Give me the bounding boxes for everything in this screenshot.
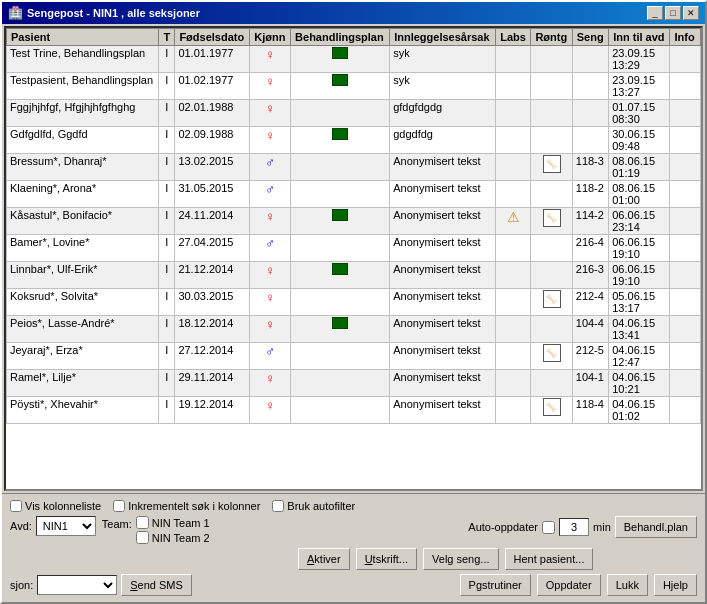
table-row[interactable]: Fggjhjhfgf, HfgjhjhfgfhghgI02.01.1988♀gf… <box>7 100 701 127</box>
lukk-button[interactable]: Lukk <box>607 574 648 596</box>
vis-kolonneliste-label[interactable]: Vis kolonneliste <box>10 500 101 512</box>
cell-info <box>670 46 701 73</box>
cell-t: I <box>159 46 175 73</box>
minimize-button[interactable]: _ <box>647 6 663 20</box>
cell-behandlingsplan <box>291 343 390 370</box>
female-icon: ♀ <box>265 317 275 332</box>
oppdater-button[interactable]: Oppdater <box>537 574 601 596</box>
cell-labs <box>496 127 531 154</box>
bruk-autofilter-label[interactable]: Bruk autofilter <box>272 500 355 512</box>
xray-icon: 🦴 <box>543 155 561 173</box>
aktiver-button[interactable]: Aktiver <box>298 548 350 570</box>
cell-inn-til-avd: 01.07.15 08:30 <box>609 100 670 127</box>
cell-kjonn: ♂ <box>250 235 291 262</box>
restore-button[interactable]: □ <box>665 6 681 20</box>
auto-oppdater-value[interactable]: 3 <box>559 518 589 536</box>
col-fodselsdato: Fødselsdato <box>175 29 250 46</box>
cell-inn-til-avd: 08.06.15 01:19 <box>609 154 670 181</box>
cell-inn-til-avd: 30.06.15 09:48 <box>609 127 670 154</box>
cell-labs <box>496 370 531 397</box>
cell-fodselsdato: 18.12.2014 <box>175 316 250 343</box>
hent-pasient-button[interactable]: Hent pasient... <box>505 548 594 570</box>
cell-innleggelsesarsak: gdgdfdg <box>390 127 496 154</box>
table-row[interactable]: Ramel*, Lilje*I29.11.2014♀Anonymisert te… <box>7 370 701 397</box>
table-row[interactable]: Jeyaraj*, Erza*I27.12.2014♂Anonymisert t… <box>7 343 701 370</box>
table-row[interactable]: Kåsastul*, Bonifacio*I24.11.2014♀Anonymi… <box>7 208 701 235</box>
table-row[interactable]: Koksrud*, Solvita*I30.03.2015♀Anonymiser… <box>7 289 701 316</box>
female-icon: ♀ <box>265 398 275 413</box>
cell-rontg: 🦴 <box>531 343 572 370</box>
bruk-autofilter-checkbox[interactable] <box>272 500 284 512</box>
velg-seng-button[interactable]: Velg seng... <box>423 548 499 570</box>
col-innleggelsesarsak: Innleggelsesårsak <box>390 29 496 46</box>
cell-info <box>670 100 701 127</box>
behandl-plan-button[interactable]: Behandl.plan <box>615 516 697 538</box>
col-behandlingsplan: Behandlingsplan <box>291 29 390 46</box>
male-icon: ♂ <box>265 182 275 197</box>
cell-pasient: Test Trine, Behandlingsplan <box>7 46 159 73</box>
cell-info <box>670 316 701 343</box>
cell-t: I <box>159 370 175 397</box>
cell-seng: 118-3 <box>572 154 608 181</box>
col-rontg: Røntg <box>531 29 572 46</box>
table-row[interactable]: Bressum*, Dhanraj*I13.02.2015♂Anonymiser… <box>7 154 701 181</box>
cell-t: I <box>159 100 175 127</box>
nin-team2-checkbox[interactable] <box>136 531 149 544</box>
cell-kjonn: ♂ <box>250 343 291 370</box>
table-row[interactable]: Peios*, Lasse-André*I18.12.2014♀Anonymis… <box>7 316 701 343</box>
vis-kolonneliste-checkbox[interactable] <box>10 500 22 512</box>
cell-fodselsdato: 02.09.1988 <box>175 127 250 154</box>
male-icon: ♂ <box>265 236 275 251</box>
cell-rontg <box>531 127 572 154</box>
cell-behandlingsplan <box>291 73 390 100</box>
xray-icon: 🦴 <box>543 290 561 308</box>
cell-behandlingsplan <box>291 370 390 397</box>
cell-rontg <box>531 73 572 100</box>
inkrementelt-sok-label[interactable]: Inkrementelt søk i kolonner <box>113 500 260 512</box>
nin-team1-label[interactable]: NIN Team 1 <box>136 516 210 529</box>
cell-seng <box>572 73 608 100</box>
patient-table-container: Pasient T Fødselsdato Kjønn Behandlingsp… <box>4 26 703 491</box>
cell-pasient: Koksrud*, Solvita* <box>7 289 159 316</box>
auto-oppdater-checkbox[interactable] <box>542 521 555 534</box>
cell-pasient: Jeyaraj*, Erza* <box>7 343 159 370</box>
main-window: 🏥 Sengepost - NIN1 , alle seksjoner _ □ … <box>0 0 707 604</box>
cell-rontg: 🦴 <box>531 289 572 316</box>
table-row[interactable]: Bamer*, Lovine*I27.04.2015♂Anonymisert t… <box>7 235 701 262</box>
cell-kjonn: ♀ <box>250 397 291 424</box>
table-row[interactable]: Klaening*, Arona*I31.05.2015♂Anonymisert… <box>7 181 701 208</box>
table-row[interactable]: Testpasient, BehandlingsplanI01.02.1977♀… <box>7 73 701 100</box>
nin-team2-label[interactable]: NIN Team 2 <box>136 531 210 544</box>
avd-dropdown[interactable]: NIN1 <box>36 516 96 536</box>
male-icon: ♂ <box>265 344 275 359</box>
utskrift-button[interactable]: Utskrift... <box>356 548 417 570</box>
cell-inn-til-avd: 08.06.15 01:00 <box>609 181 670 208</box>
female-icon: ♀ <box>265 209 275 224</box>
table-row[interactable]: Gdfgdlfd, GgdfdI02.09.1988♀gdgdfdg30.06.… <box>7 127 701 154</box>
inkrementelt-sok-checkbox[interactable] <box>113 500 125 512</box>
cell-inn-til-avd: 06.06.15 19:10 <box>609 262 670 289</box>
table-row[interactable]: Linnbar*, Ulf-Erik*I21.12.2014♀Anonymise… <box>7 262 701 289</box>
send-sms-button[interactable]: Send SMS <box>121 574 192 596</box>
cell-innleggelsesarsak: Anonymisert tekst <box>390 289 496 316</box>
cell-pasient: Peios*, Lasse-André* <box>7 316 159 343</box>
cell-labs <box>496 73 531 100</box>
cell-innleggelsesarsak: syk <box>390 46 496 73</box>
nin-team1-checkbox[interactable] <box>136 516 149 529</box>
cell-behandlingsplan <box>291 289 390 316</box>
cell-kjonn: ♀ <box>250 316 291 343</box>
table-row[interactable]: Test Trine, BehandlingsplanI01.01.1977♀s… <box>7 46 701 73</box>
table-header-row: Pasient T Fødselsdato Kjønn Behandlingsp… <box>7 29 701 46</box>
cell-rontg: 🦴 <box>531 397 572 424</box>
table-row[interactable]: Pöysti*, Xhevahir*I19.12.2014♀Anonymiser… <box>7 397 701 424</box>
auto-update-area: Auto-oppdater 3 min Behandl.plan <box>468 516 697 538</box>
sjon-dropdown[interactable] <box>37 575 117 595</box>
cell-t: I <box>159 127 175 154</box>
close-button[interactable]: ✕ <box>683 6 699 20</box>
cell-kjonn: ♀ <box>250 262 291 289</box>
cell-inn-til-avd: 04.06.15 10:21 <box>609 370 670 397</box>
cell-behandlingsplan <box>291 235 390 262</box>
cell-pasient: Kåsastul*, Bonifacio* <box>7 208 159 235</box>
pgstrutiner-button[interactable]: Pgstrutiner <box>460 574 531 596</box>
hjelp-button[interactable]: Hjelp <box>654 574 697 596</box>
